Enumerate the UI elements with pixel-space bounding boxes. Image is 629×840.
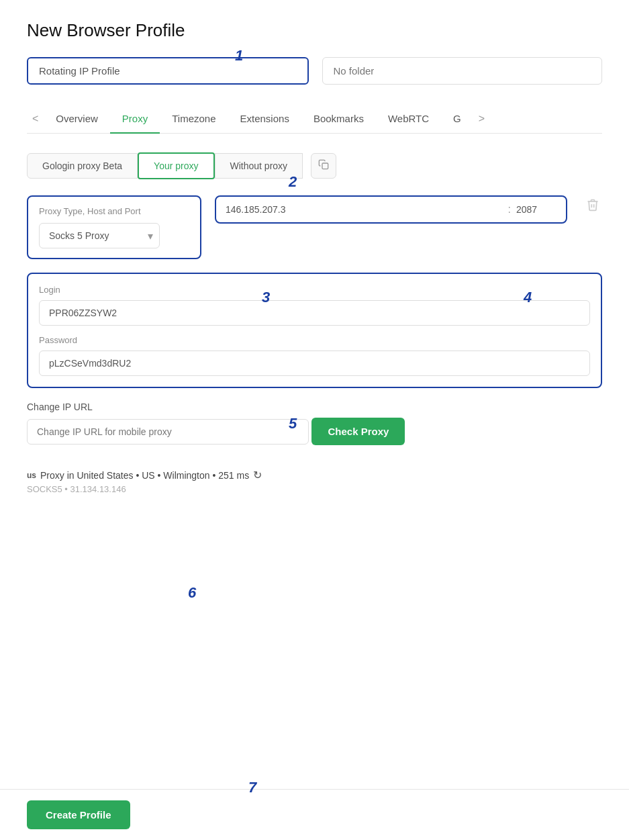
tab-g[interactable]: G xyxy=(441,105,473,134)
proxy-host-port-box: : xyxy=(215,195,567,224)
proxy-config-row: Proxy Type, Host and Port Socks 5 Proxy … xyxy=(27,195,602,259)
proxy-paste-button[interactable] xyxy=(311,153,336,179)
tab-left-arrow[interactable]: < xyxy=(27,113,44,125)
change-ip-label: Change IP URL xyxy=(27,402,602,412)
tab-webrtc[interactable]: WebRTC xyxy=(376,105,441,134)
proxy-type-buttons: Gologin proxy Beta Your proxy Without pr… xyxy=(27,152,602,179)
tab-bookmarks[interactable]: Bookmarks xyxy=(301,105,376,134)
page-title: New Browser Profile xyxy=(27,20,602,41)
delete-proxy-button[interactable] xyxy=(583,195,602,218)
proxy-status: us Proxy in United States • US • Wilming… xyxy=(27,469,602,494)
proxy-port-input[interactable] xyxy=(516,204,557,215)
proxy-type-select[interactable]: Socks 5 Proxy Socks 4 Proxy HTTP Proxy H… xyxy=(39,223,160,248)
without-proxy-button[interactable]: Without proxy xyxy=(215,153,303,179)
tab-timezone[interactable]: Timezone xyxy=(160,105,228,134)
annotation-6: 6 xyxy=(188,584,196,602)
proxy-location: Proxy in United States • US • Wilmington… xyxy=(40,470,249,481)
refresh-icon[interactable]: ↻ xyxy=(253,469,262,481)
login-label: Login xyxy=(39,285,590,295)
proxy-type-host-section: Proxy Type, Host and Port Socks 5 Proxy … xyxy=(27,195,201,259)
proxy-status-line1: us Proxy in United States • US • Wilming… xyxy=(27,469,602,481)
proxy-type-select-wrapper: Socks 5 Proxy Socks 4 Proxy HTTP Proxy H… xyxy=(39,223,160,248)
bottom-bar: Create Profile xyxy=(0,789,629,840)
proxy-status-line2: SOCKS5 • 31.134.13.146 xyxy=(27,484,602,494)
tab-proxy[interactable]: Proxy xyxy=(110,105,160,134)
top-inputs-row xyxy=(27,57,602,85)
change-ip-section: Change IP URL Check Proxy xyxy=(27,402,602,455)
profile-name-input[interactable] xyxy=(27,57,309,85)
host-port-separator: : xyxy=(508,203,511,216)
change-ip-input[interactable] xyxy=(27,419,309,445)
tab-right-arrow[interactable]: > xyxy=(473,113,490,125)
svg-rect-0 xyxy=(322,163,328,169)
password-label: Password xyxy=(39,335,590,345)
password-input[interactable] xyxy=(39,351,590,376)
gologin-proxy-button[interactable]: Gologin proxy Beta xyxy=(27,153,138,179)
proxy-host-input[interactable] xyxy=(226,204,503,215)
tab-extensions[interactable]: Extensions xyxy=(228,105,301,134)
folder-input[interactable] xyxy=(322,57,603,85)
create-profile-button[interactable]: Create Profile xyxy=(27,800,130,829)
status-flag: us xyxy=(27,471,36,480)
tabs-container: < Overview Proxy Timezone Extensions Boo… xyxy=(27,105,602,134)
credentials-section: Login Password xyxy=(27,273,602,388)
check-proxy-button[interactable]: Check Proxy xyxy=(311,418,405,445)
login-input[interactable] xyxy=(39,300,590,326)
tab-overview[interactable]: Overview xyxy=(44,105,110,134)
your-proxy-button[interactable]: Your proxy xyxy=(138,152,214,179)
proxy-section-label: Proxy Type, Host and Port xyxy=(39,206,189,216)
